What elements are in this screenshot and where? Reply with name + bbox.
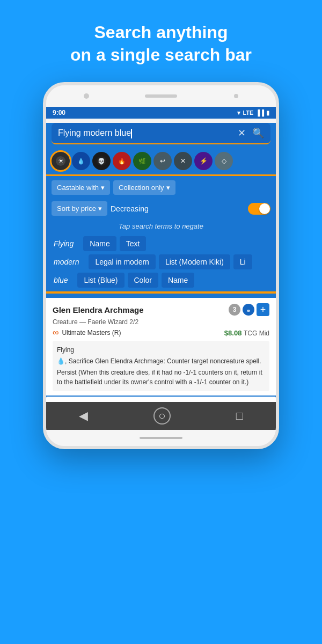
set-name: Ultimate Masters (R) [62, 329, 121, 336]
app-content: Flying modern blue ✕ 🔍 ☀ 💧 [46, 123, 276, 402]
tag-color[interactable]: Color [128, 273, 158, 288]
svg-point-19 [247, 310, 250, 312]
status-bar: 9:00 ▾ LTE ▐▐ ▮ [46, 107, 276, 119]
mana-blue [243, 304, 254, 316]
card-result: Glen Elendra Archmage 3 + Creature — Fae… [46, 298, 276, 396]
symbol-lightning[interactable]: ⚡ [194, 152, 213, 170]
svg-text:✕: ✕ [180, 157, 186, 165]
header-title: Search anything on a single search bar [16, 21, 306, 66]
navigation-bar: ◀ ○ □ [46, 402, 276, 430]
earpiece [145, 94, 177, 98]
symbol-red[interactable]: 🔥 [113, 152, 131, 170]
search-bar[interactable]: Flying modern blue ✕ 🔍 [52, 123, 270, 144]
tag-name-1[interactable]: Name [83, 236, 116, 251]
svg-text:⚡: ⚡ [200, 157, 208, 165]
page-background: Search anything on a single search bar 9… [0, 0, 322, 449]
card-set-row: ∞ Ultimate Masters (R) $8.08 TCG Mid [53, 328, 269, 338]
phone-hardware-bottom [46, 430, 276, 446]
search-bar-icons: ✕ 🔍 [238, 127, 264, 139]
sort-chevron: ▾ [98, 204, 102, 213]
card-type-line: Creature — Faerie Wizard 2/2 [53, 318, 269, 326]
card-price: $8.08 TCG Mid [224, 329, 269, 337]
symbol-black[interactable]: 💀 [92, 152, 111, 170]
collection-chevron: ▾ [166, 184, 170, 192]
symbol-green[interactable]: 🌿 [133, 152, 151, 170]
tag-legal-modern[interactable]: Legal in modern [89, 254, 155, 269]
set-symbol: ∞ [53, 328, 58, 338]
castable-label: Castable with [57, 184, 99, 192]
recents-button[interactable]: □ [236, 409, 243, 423]
home-indicator [140, 437, 182, 439]
tag-name-3[interactable]: Name [162, 273, 194, 288]
filter-row: Castable with ▾ Collection only ▾ [46, 176, 276, 199]
search-icon[interactable]: 🔍 [252, 127, 264, 139]
phone-body: 9:00 ▾ LTE ▐▐ ▮ Flying modern blue ✕ [43, 82, 279, 449]
front-camera [84, 93, 89, 99]
tag-text[interactable]: Text [120, 236, 147, 251]
tag-row-2: modern Legal in modern List (Modern Kiki… [46, 253, 276, 271]
tag-list-blue[interactable]: List (Blue) [77, 273, 124, 288]
home-button[interactable]: ○ [153, 407, 171, 425]
tap-hint: Tap search terms to negate [46, 220, 276, 235]
status-icons: ▾ LTE ▐▐ ▮ [237, 109, 269, 116]
toggle-knob [259, 203, 270, 214]
header-section: Search anything on a single search bar [0, 0, 322, 82]
symbol-chaos[interactable]: ☀ [52, 152, 70, 170]
sort-row: Sort by price ▾ Decreasing [46, 199, 276, 220]
svg-text:💧: 💧 [77, 157, 85, 165]
symbol-diamond[interactable]: ◇ [215, 152, 233, 170]
back-button[interactable]: ◀ [79, 409, 88, 423]
tag-li[interactable]: Li [233, 254, 252, 269]
wifi-icon: ▾ [237, 109, 240, 116]
svg-text:☀: ☀ [58, 157, 64, 165]
next-card-peek [46, 397, 276, 402]
symbol-filter-row: ☀ 💧 💀 🔥 🌿 ↩ [46, 149, 276, 176]
signal-label: LTE [243, 109, 253, 116]
tag-flying[interactable]: Flying [52, 236, 80, 251]
tag-blue-kw[interactable]: blue [52, 273, 74, 288]
symbol-blue[interactable]: 💧 [72, 152, 90, 170]
search-input[interactable]: Flying modern blue [58, 128, 238, 138]
sort-label: Sort by price [57, 204, 96, 213]
svg-text:🔥: 🔥 [118, 157, 126, 165]
sort-toggle[interactable] [248, 203, 270, 215]
card-name: Glen Elendra Archmage [53, 305, 144, 314]
collection-label: Collection only [119, 184, 164, 192]
sort-direction-label: Decreasing [111, 204, 245, 213]
add-to-collection-btn[interactable]: + [257, 303, 269, 316]
orange-divider [46, 291, 276, 294]
collection-filter[interactable]: Collection only ▾ [113, 180, 175, 195]
castable-chevron: ▾ [101, 184, 105, 192]
svg-text:◇: ◇ [222, 157, 227, 165]
sort-by-price-btn[interactable]: Sort by price ▾ [52, 201, 107, 216]
battery-icon: ▮ [266, 109, 269, 116]
sensor [234, 94, 238, 98]
clear-icon[interactable]: ✕ [238, 127, 246, 139]
symbol-x[interactable]: ✕ [174, 152, 192, 170]
card-oracle-text: Flying💧, Sacrifice Glen Elendra Archmage… [53, 341, 269, 391]
tag-list-modern[interactable]: List (Modern Kiki) [159, 254, 230, 269]
status-time: 9:00 [53, 109, 65, 116]
tag-modern[interactable]: modern [52, 254, 85, 269]
castable-filter[interactable]: Castable with ▾ [52, 180, 110, 195]
svg-text:🌿: 🌿 [138, 157, 146, 165]
card-header: Glen Elendra Archmage 3 + [53, 303, 269, 316]
svg-text:↩: ↩ [160, 157, 165, 165]
card-mana: 3 + [229, 303, 269, 316]
tag-row-1: Flying Name Text [46, 235, 276, 253]
phone-frame: 9:00 ▾ LTE ▐▐ ▮ Flying modern blue ✕ [0, 82, 322, 449]
tag-row-3: blue List (Blue) Color Name [46, 271, 276, 289]
svg-text:💀: 💀 [98, 157, 105, 165]
cell-icon: ▐▐ [255, 109, 264, 116]
mana-generic: 3 [229, 304, 240, 316]
phone-hardware-top [46, 85, 276, 107]
symbol-return[interactable]: ↩ [153, 152, 172, 170]
